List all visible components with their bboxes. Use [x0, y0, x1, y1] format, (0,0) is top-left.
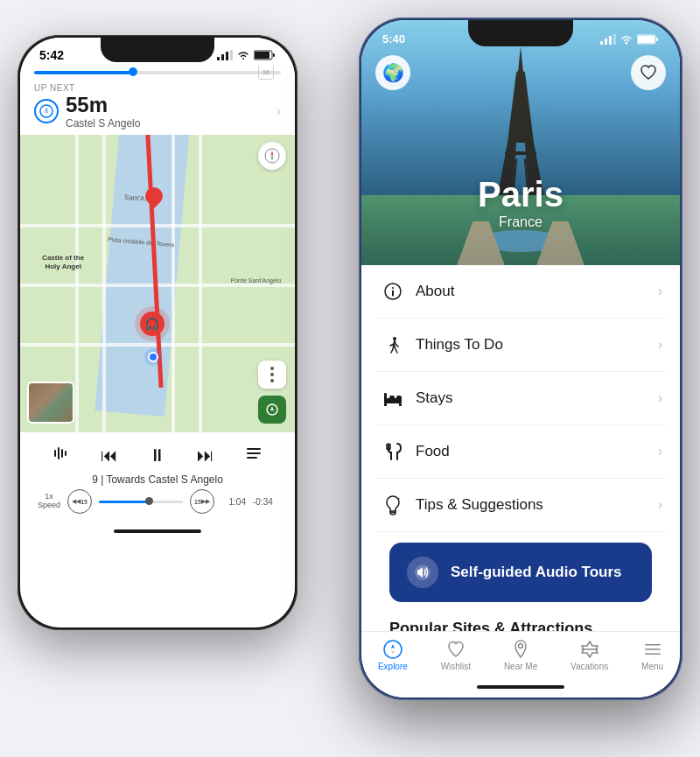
speed-label[interactable]: 1x Speed	[38, 493, 60, 510]
about-chevron: ›	[658, 284, 662, 299]
nav-explore[interactable]: Explore	[378, 639, 408, 671]
things-to-do-label: Things To Do	[416, 336, 658, 354]
stays-icon	[379, 384, 407, 412]
svg-point-21	[626, 41, 628, 44]
svg-rect-0	[217, 57, 220, 60]
time-remaining: -0:34	[253, 497, 277, 507]
skip-fwd-15-btn[interactable]: 15▶▶	[190, 489, 214, 514]
svg-rect-23	[656, 38, 658, 41]
skip-back-15-btn[interactable]: ◀◀15	[67, 489, 92, 514]
right-time: 5:40	[382, 32, 405, 46]
progress-track[interactable]: 10	[34, 71, 281, 74]
svg-rect-5	[273, 53, 275, 57]
map-area[interactable]: Pista ciclabile del Tevere Castle of the…	[20, 135, 295, 432]
svg-rect-15	[247, 452, 261, 454]
city-text: Paris France	[361, 175, 680, 230]
right-status-icons	[600, 34, 659, 45]
playback-icons: ⏮ ⏸ ⏭	[38, 441, 277, 470]
things-to-do-item[interactable]: Things To Do ›	[375, 319, 666, 372]
compass-button[interactable]	[258, 142, 286, 170]
svg-rect-34	[389, 396, 395, 400]
progress-end: 10	[258, 64, 274, 80]
phones-container: 5:42	[0, 0, 700, 757]
home-bar-left	[114, 529, 201, 533]
track-title: 9 | Towards Castel S Angelo	[38, 473, 277, 486]
audio-tour-label: Self-guided Audio Tours	[451, 564, 621, 581]
dot-2	[270, 373, 274, 376]
audio-tour-button[interactable]: Self-guided Audio Tours	[389, 543, 652, 602]
svg-rect-16	[247, 457, 257, 459]
wishlist-icon	[445, 639, 466, 660]
svg-point-41	[384, 641, 402, 658]
svg-rect-40	[417, 570, 419, 575]
svg-rect-45	[645, 654, 661, 655]
svg-rect-1	[221, 54, 224, 60]
things-chevron: ›	[658, 337, 662, 353]
up-next-content: 55m Castel S Angelo ›	[34, 93, 281, 130]
audio-controls: ⏮ ⏸ ⏭ 9 | Towards Castel S Angelo 1x	[20, 432, 295, 522]
globe-button[interactable]: 🌍	[375, 55, 410, 90]
left-phone: 5:42	[18, 35, 298, 630]
svg-rect-29	[392, 291, 394, 297]
fork-knife-icon	[382, 442, 403, 461]
near-me-label: Near Me	[504, 662, 537, 671]
tips-label: Tips & Suggestions	[416, 496, 658, 514]
progress-fill	[34, 71, 133, 74]
dot-1	[270, 367, 274, 370]
up-next-section: Up Next 55m Castel S Angelo ›	[20, 78, 295, 135]
svg-rect-30	[392, 287, 394, 289]
heart-button[interactable]	[631, 55, 666, 90]
svg-rect-18	[605, 39, 607, 45]
popular-section: Popular Sites & Attractions	[375, 613, 666, 631]
nav-near-me[interactable]: Near Me	[504, 639, 537, 671]
navigation-arrow-icon	[265, 403, 279, 417]
info-icon	[383, 282, 402, 301]
svg-point-42	[519, 644, 523, 648]
about-item[interactable]: About ›	[375, 265, 666, 319]
lightbulb-icon	[383, 494, 402, 515]
audio-pin[interactable]: 🎧	[140, 312, 164, 336]
location-dot	[148, 352, 158, 362]
audio-track[interactable]	[99, 501, 183, 503]
popular-title: Popular Sites & Attractions	[389, 620, 652, 631]
waveform-icon[interactable]	[52, 445, 70, 466]
explore-label: Explore	[378, 662, 408, 671]
pause-icon[interactable]: ⏸	[149, 445, 166, 466]
map-more-button[interactable]	[258, 361, 286, 389]
map-photo-thumbnail[interactable]	[27, 382, 74, 424]
up-next-distance: 55m	[66, 93, 140, 117]
about-label: About	[416, 283, 658, 300]
nav-wishlist[interactable]: Wishlist	[441, 639, 471, 671]
about-icon	[379, 277, 407, 305]
map-action-button[interactable]	[258, 396, 286, 424]
right-phone: 5:40	[359, 18, 682, 700]
things-to-do-icon	[379, 331, 407, 359]
stays-chevron: ›	[658, 390, 662, 406]
near-me-icon	[510, 639, 531, 660]
skip-forward-icon[interactable]: ⏭	[197, 445, 214, 466]
photo-preview	[29, 383, 73, 422]
wifi-icon	[236, 50, 250, 60]
map-background: Pista ciclabile del Tevere Castle of the…	[20, 135, 295, 432]
dot-3	[270, 379, 274, 382]
tips-item[interactable]: Tips & Suggestions ›	[375, 479, 666, 532]
stays-item[interactable]: Stays ›	[375, 372, 666, 425]
home-bar-right	[477, 685, 564, 689]
nav-menu[interactable]: Menu	[641, 639, 663, 671]
skip-back-icon[interactable]: ⏮	[101, 445, 118, 466]
right-wifi-icon	[620, 34, 634, 45]
progress-thumb	[129, 67, 137, 76]
food-item[interactable]: Food ›	[375, 425, 666, 479]
list-icon[interactable]	[245, 445, 262, 466]
svg-rect-13	[65, 451, 66, 456]
progress-bar-container[interactable]: 10	[20, 66, 295, 78]
svg-rect-12	[61, 449, 63, 458]
up-next-info: 55m Castel S Angelo	[66, 93, 140, 130]
svg-rect-17	[600, 41, 603, 45]
speaker-wave-icon	[413, 563, 432, 582]
food-icon	[379, 438, 407, 466]
audio-fill	[99, 501, 150, 503]
nav-vacations[interactable]: Vacations	[570, 639, 608, 671]
menu-icon	[642, 639, 663, 660]
heart-icon	[640, 65, 657, 81]
